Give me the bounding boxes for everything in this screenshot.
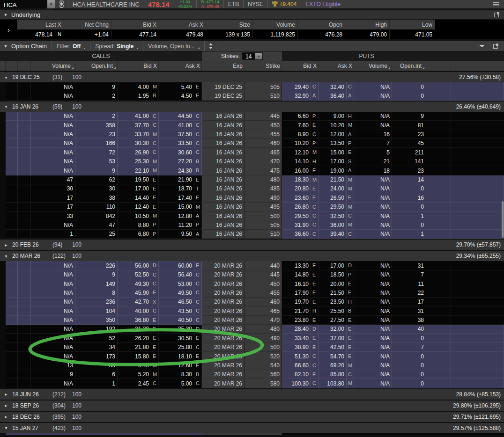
put-openint-cell[interactable]: 0	[392, 220, 426, 229]
call-openint-cell[interactable]: 9	[75, 270, 118, 279]
call-ask-cell[interactable]: 27.20	[159, 157, 194, 166]
put-bid-cell[interactable]: 6.60	[282, 112, 311, 121]
call-volume-cell[interactable]: N/A	[31, 261, 75, 270]
put-volume-cell[interactable]: N/A	[354, 203, 392, 211]
put-openint-cell[interactable]: 0	[392, 82, 426, 91]
put-volume-cell[interactable]: N/A	[354, 316, 392, 325]
call-ask-cell[interactable]: 56.40	[159, 270, 194, 279]
put-ask-cell[interactable]: 20.00	[319, 279, 347, 288]
put-bid-cell[interactable]: 20.80	[282, 184, 311, 193]
put-openint-cell[interactable]: 211	[392, 148, 426, 157]
call-bid-cell[interactable]: 15.80	[118, 352, 151, 361]
call-openint-cell[interactable]: 842	[75, 211, 118, 220]
put-openint-cell[interactable]: 9	[392, 112, 426, 121]
put-volume-cell[interactable]: N/A	[354, 379, 392, 388]
put-ask-cell[interactable]: 27.50	[319, 316, 347, 325]
call-openint-cell[interactable]: 72	[75, 148, 118, 157]
call-openint-cell[interactable]: 38	[75, 193, 118, 202]
put-volume-cell[interactable]: N/A	[354, 270, 392, 279]
call-ask-cell[interactable]: 12.60	[159, 361, 194, 370]
call-bid-cell[interactable]: 22.10	[118, 166, 151, 175]
call-openint-cell[interactable]: 62	[75, 175, 118, 184]
put-volume-cell[interactable]: N/A	[354, 184, 392, 193]
put-ask-cell[interactable]: 9.00	[319, 112, 347, 121]
symbol-dropdown-button[interactable]: ▼	[47, 0, 55, 8]
expiry-group-header[interactable]: ▸18 SEP 26(304)10029.80% (±106.295)	[0, 401, 504, 411]
call-ask-cell[interactable]: 60.00	[159, 261, 194, 270]
put-bid-cell[interactable]: 16.10	[282, 279, 311, 288]
detach-window-icon[interactable]	[493, 44, 498, 49]
put-bid-cell[interactable]: 28.40	[282, 325, 311, 334]
put-bid-cell[interactable]: 82.10	[282, 370, 311, 379]
put-ask-cell[interactable]: 36.00	[319, 220, 347, 229]
put-ask-cell[interactable]: 18.50	[319, 270, 347, 279]
call-ask-cell[interactable]: 11.20	[159, 220, 194, 229]
col-call-openint[interactable]: Open.Int	[75, 61, 118, 71]
col-put-bid[interactable]: Bid X	[282, 61, 319, 71]
put-openint-cell[interactable]: 17	[392, 298, 426, 306]
put-ask-cell[interactable]: 26.50	[319, 193, 347, 202]
put-openint-cell[interactable]: 0	[392, 370, 426, 379]
expiry-group-header[interactable]: ▸18 JUN 26(212)10028.84% (±85.153)	[0, 389, 504, 400]
expiry-group-header[interactable]: ▾19 DEC 25(31)10027.56% (±30.58)	[0, 72, 504, 82]
expiry-group-header[interactable]: ▸18 DEC 26(395)10029.71% (±121.695)	[0, 412, 504, 422]
call-bid-cell[interactable]: 17.00	[118, 184, 151, 193]
call-openint-cell[interactable]: 226	[75, 261, 118, 270]
put-volume-cell[interactable]: N/A	[354, 220, 392, 229]
call-ask-cell[interactable]: 25.80	[159, 343, 194, 352]
call-openint-cell[interactable]: 8	[75, 288, 118, 297]
put-volume-cell[interactable]: 18	[354, 166, 392, 175]
col-put-openint[interactable]: Open.Int	[392, 61, 426, 71]
call-volume-cell[interactable]: N/A	[31, 270, 75, 279]
call-openint-cell[interactable]: 47	[75, 220, 118, 229]
call-volume-cell[interactable]: N/A	[31, 130, 75, 139]
call-bid-cell[interactable]: 9.40	[118, 361, 151, 370]
call-ask-cell[interactable]: 21.90	[159, 175, 194, 184]
symbol-input[interactable]: HCA ▼	[0, 0, 55, 8]
chevron-right-icon[interactable]: ▸	[0, 414, 12, 419]
put-ask-cell[interactable]: 39.40	[319, 230, 347, 239]
put-bid-cell[interactable]: 36.60	[282, 230, 311, 239]
call-openint-cell[interactable]: 23	[75, 130, 118, 139]
call-openint-cell[interactable]: 6	[75, 370, 118, 379]
put-volume-cell[interactable]: 7	[354, 139, 392, 148]
call-ask-cell[interactable]: 33.50	[159, 139, 194, 148]
col-put-ask[interactable]: Ask X	[319, 61, 354, 71]
call-volume-cell[interactable]: N/A	[31, 334, 75, 342]
symbol-link-icon[interactable]	[55, 0, 68, 8]
put-ask-cell[interactable]: 37.00	[319, 334, 347, 342]
col-strike[interactable]: Strike	[245, 61, 282, 71]
col-put-volume[interactable]: Volume	[354, 61, 392, 71]
call-ask-cell[interactable]: 8.30	[159, 370, 194, 379]
put-openint-cell[interactable]: 38	[392, 316, 426, 325]
put-bid-cell[interactable]: 12.10	[282, 148, 311, 157]
put-openint-cell[interactable]: 14	[392, 175, 426, 184]
put-openint-cell[interactable]: 141	[392, 157, 426, 166]
call-volume-cell[interactable]: 9	[31, 370, 75, 379]
call-bid-cell[interactable]: 30.30	[118, 139, 151, 148]
call-ask-cell[interactable]: 43.50	[159, 306, 194, 315]
symbol-value[interactable]: HCA	[0, 0, 47, 8]
put-ask-cell[interactable]: 103.80	[319, 379, 347, 388]
call-volume-cell[interactable]: N/A	[31, 220, 75, 229]
call-volume-cell[interactable]: N/A	[31, 279, 75, 288]
call-bid-cell[interactable]: 41.00	[118, 112, 151, 121]
put-bid-cell[interactable]: 31.90	[282, 220, 311, 229]
put-bid-cell[interactable]: 14.80	[282, 270, 311, 279]
put-bid-cell[interactable]: 66.60	[282, 361, 311, 370]
put-bid-cell[interactable]: 7.60	[282, 121, 311, 130]
put-ask-cell[interactable]: 69.20	[319, 361, 347, 370]
strikes-spinner[interactable]	[204, 41, 217, 51]
put-ask-cell[interactable]: 21.50	[319, 175, 347, 184]
col-call-volume[interactable]: Volume	[31, 61, 75, 71]
call-volume-cell[interactable]: N/A	[31, 379, 75, 388]
call-volume-cell[interactable]: N/A	[31, 298, 75, 306]
put-volume-cell[interactable]: N/A	[354, 343, 392, 352]
call-bid-cell[interactable]: 31.30	[118, 325, 151, 334]
put-openint-cell[interactable]: 40	[392, 325, 426, 334]
call-volume-cell[interactable]: 33	[31, 211, 75, 220]
put-bid-cell[interactable]: 16.00	[282, 166, 311, 175]
call-ask-cell[interactable]: 15.00	[159, 203, 194, 211]
call-openint-cell[interactable]: 34	[75, 343, 118, 352]
call-bid-cell[interactable]: 56.00	[118, 261, 151, 270]
